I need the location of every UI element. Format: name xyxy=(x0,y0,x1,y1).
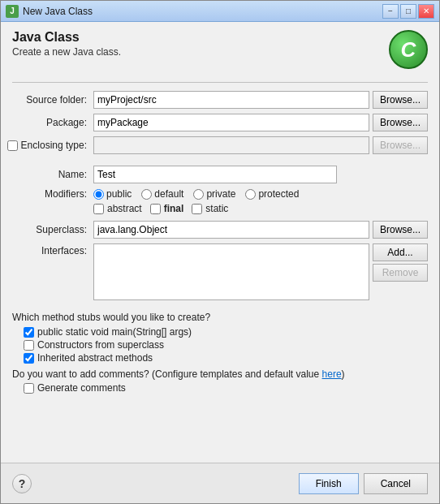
window-icon: J xyxy=(6,5,19,18)
modifier-protected-text: protected xyxy=(258,188,299,200)
header-divider xyxy=(12,82,428,83)
dialog-subtitle: Create a new Java class. xyxy=(12,46,121,58)
modifiers-label: Modifiers: xyxy=(12,188,93,200)
help-button[interactable]: ? xyxy=(12,474,32,493)
stubs-options: public static void main(String[] args) C… xyxy=(24,326,428,364)
modifier-abstract-label[interactable]: abstract xyxy=(93,203,142,214)
interfaces-label: Interfaces: xyxy=(12,243,93,256)
superclass-row: Superclass: Browse... xyxy=(12,221,428,239)
stubs-title: Which method stubs would you like to cre… xyxy=(12,312,428,323)
interfaces-add-button[interactable]: Add... xyxy=(373,243,428,261)
stub-main-checkbox[interactable] xyxy=(24,327,34,338)
modifier-protected-radio[interactable] xyxy=(245,189,256,200)
stub-main-label[interactable]: public static void main(String[] args) xyxy=(24,326,428,338)
source-folder-input[interactable] xyxy=(93,91,369,109)
source-folder-label: Source folder: xyxy=(12,94,93,106)
maximize-button[interactable]: □ xyxy=(400,4,416,19)
comments-question-end: ) xyxy=(342,368,345,380)
dialog-content: Java Class Create a new Java class. C So… xyxy=(1,22,439,463)
footer-right: Finish Cancel xyxy=(299,473,428,494)
modifier-final-label[interactable]: final xyxy=(150,203,184,214)
modifier-abstract-checkbox[interactable] xyxy=(93,204,104,214)
generate-comments-label[interactable]: Generate comments xyxy=(24,382,428,394)
modifier-default-radio[interactable] xyxy=(141,189,152,200)
minimize-button[interactable]: − xyxy=(382,4,399,19)
modifier-final-text: final xyxy=(164,203,184,214)
modifiers-options: public default private protected xyxy=(93,188,307,200)
finish-button[interactable]: Finish xyxy=(299,473,359,494)
source-folder-row: Source folder: Browse... xyxy=(12,91,428,109)
package-browse-button[interactable]: Browse... xyxy=(373,114,428,131)
title-bar-buttons: − □ ✕ xyxy=(382,4,434,19)
package-row: Package: Browse... xyxy=(12,114,428,131)
package-label: Package: xyxy=(12,117,93,128)
interfaces-textarea[interactable] xyxy=(93,243,369,300)
stub-inherited-label[interactable]: Inherited abstract methods xyxy=(24,352,428,364)
stub-main-text: public static void main(String[] args) xyxy=(37,326,192,338)
enclosing-type-browse-button[interactable]: Browse... xyxy=(373,136,428,154)
stub-inherited-text: Inherited abstract methods xyxy=(37,352,153,364)
close-button[interactable]: ✕ xyxy=(418,4,434,19)
stubs-section: Which method stubs would you like to cre… xyxy=(12,312,428,364)
modifier-final-checkbox[interactable] xyxy=(150,204,161,214)
modifier-static-checkbox[interactable] xyxy=(192,204,202,214)
interfaces-buttons: Add... Remove xyxy=(373,243,428,282)
interfaces-remove-button[interactable]: Remove xyxy=(373,264,428,282)
modifier-private-label[interactable]: private xyxy=(193,188,235,200)
modifier-protected-label[interactable]: protected xyxy=(245,188,299,200)
enclosing-type-input[interactable] xyxy=(93,136,369,154)
stub-constructors-checkbox[interactable] xyxy=(24,340,34,351)
dialog-title: Java Class xyxy=(12,30,121,45)
superclass-input[interactable] xyxy=(93,221,369,239)
comments-question-text: Do you want to add comments? (Configure … xyxy=(12,368,322,380)
dialog-footer: ? Finish Cancel xyxy=(1,463,439,503)
comments-here-link[interactable]: here xyxy=(322,368,342,380)
header-section: Java Class Create a new Java class. C xyxy=(12,30,428,69)
modifier-default-text: default xyxy=(154,188,183,200)
interfaces-row: Interfaces: Add... Remove xyxy=(12,243,428,300)
generate-comments-checkbox[interactable] xyxy=(24,383,34,394)
name-row: Name: xyxy=(12,166,428,183)
stub-constructors-label[interactable]: Constructors from superclass xyxy=(24,339,428,351)
enclosing-type-checkbox[interactable] xyxy=(7,140,18,151)
new-java-class-window: J New Java Class − □ ✕ Java Class Create… xyxy=(0,0,440,504)
eclipse-logo: C xyxy=(389,30,428,69)
modifiers-row: Modifiers: public default private protec… xyxy=(12,188,428,200)
superclass-label: Superclass: xyxy=(12,224,93,235)
window-title: New Java Class xyxy=(23,6,382,17)
modifier-private-text: private xyxy=(206,188,235,200)
modifier-public-radio[interactable] xyxy=(93,189,104,200)
stub-inherited-checkbox[interactable] xyxy=(24,353,34,364)
spacer1 xyxy=(12,159,428,166)
superclass-browse-button[interactable]: Browse... xyxy=(373,221,428,239)
source-folder-browse-button[interactable]: Browse... xyxy=(373,91,428,109)
modifier-static-label[interactable]: static xyxy=(192,203,228,214)
name-input[interactable] xyxy=(93,166,337,183)
generate-comments-row: Generate comments xyxy=(24,382,428,394)
title-bar: J New Java Class − □ ✕ xyxy=(1,1,439,22)
modifier-static-text: static xyxy=(205,203,228,214)
modifiers-row2: abstract final static xyxy=(93,203,428,214)
cancel-button[interactable]: Cancel xyxy=(364,473,428,494)
modifier-abstract-text: abstract xyxy=(107,203,142,214)
name-label: Name: xyxy=(12,169,93,180)
modifier-public-text: public xyxy=(106,188,132,200)
stub-constructors-text: Constructors from superclass xyxy=(37,339,164,351)
modifier-public-label[interactable]: public xyxy=(93,188,132,200)
comments-section: Do you want to add comments? (Configure … xyxy=(12,368,428,394)
enclosing-type-row: Enclosing type: Browse... xyxy=(12,136,428,154)
modifier-private-radio[interactable] xyxy=(193,189,204,200)
package-input[interactable] xyxy=(93,114,369,131)
comments-question-row: Do you want to add comments? (Configure … xyxy=(12,368,428,380)
modifier-default-label[interactable]: default xyxy=(141,188,183,200)
enclosing-type-label: Enclosing type: xyxy=(21,140,87,151)
footer-left: ? xyxy=(12,474,32,493)
header-text: Java Class Create a new Java class. xyxy=(12,30,121,58)
generate-comments-text: Generate comments xyxy=(37,382,126,394)
